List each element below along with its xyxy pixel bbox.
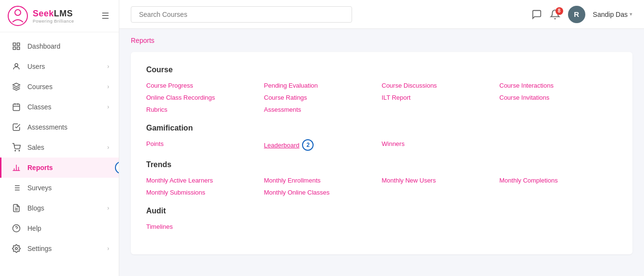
online-class-recordings-link[interactable]: Online Class Recordings — [146, 93, 264, 102]
chevron-right-icon: › — [107, 83, 109, 90]
course-ratings-link[interactable]: Course Ratings — [264, 93, 382, 102]
sidebar: SeekLMS Powering Brilliance ☰ Dashboard … — [0, 0, 119, 276]
chat-button[interactable] — [531, 9, 542, 20]
notification-button[interactable]: 8 — [550, 9, 560, 20]
sidebar-item-blogs[interactable]: Blogs › — [0, 198, 119, 218]
check-square-icon — [11, 122, 22, 132]
ilt-report-link[interactable]: ILT Report — [382, 93, 500, 102]
svg-marker-7 — [13, 83, 20, 87]
svg-point-13 — [19, 150, 20, 151]
reports-card: Course Course Progress Pending Evaluatio… — [131, 52, 632, 254]
course-invitations-link[interactable]: Course Invitations — [499, 93, 617, 102]
course-discussions-link[interactable]: Course Discussions — [382, 81, 500, 90]
trends-links-grid: Monthly Active Learners Monthly Enrollme… — [146, 176, 617, 197]
points-link[interactable]: Points — [146, 139, 264, 151]
svg-rect-8 — [13, 104, 20, 111]
chevron-right-icon: › — [107, 104, 109, 110]
reports-annotation-bubble: 1 — [115, 161, 119, 174]
monthly-completions-link[interactable]: Monthly Completions — [499, 176, 617, 185]
breadcrumb: Reports — [131, 37, 632, 44]
logo-text: SeekLMS Powering Brilliance — [33, 9, 74, 24]
logo-name: SeekLMS — [33, 9, 74, 19]
sidebar-item-label: Reports — [27, 164, 109, 171]
svg-point-28 — [15, 248, 18, 250]
gamification-links-grid: Points Leaderboard 2 Winners — [146, 139, 617, 151]
sidebar-nav: Dashboard Users › Courses › Classes › — [0, 32, 119, 276]
search-box — [131, 6, 352, 23]
rubrics-link[interactable]: Rubrics — [146, 105, 264, 114]
timelines-link[interactable]: Timelines — [146, 222, 264, 231]
sidebar-item-label: Help — [27, 224, 109, 232]
audit-section-title: Audit — [146, 207, 617, 215]
audit-section: Audit Timelines — [146, 207, 617, 231]
course-section-title: Course — [146, 66, 617, 74]
search-input[interactable] — [131, 6, 352, 23]
notification-badge: 8 — [556, 7, 563, 15]
sidebar-item-label: Assessments — [27, 123, 109, 131]
pending-evaluation-link[interactable]: Pending Evaluation — [264, 81, 382, 90]
chevron-right-icon: › — [107, 144, 109, 151]
bar-chart-icon — [11, 162, 22, 173]
audit-links-grid: Timelines — [146, 222, 617, 231]
gear-icon — [11, 243, 22, 254]
main-area: 8 R Sandip Das ▾ Reports Course Course P… — [119, 0, 644, 276]
header: 8 R Sandip Das ▾ — [119, 0, 644, 29]
winners-link[interactable]: Winners — [382, 139, 500, 151]
sidebar-item-label: Sales — [27, 144, 107, 151]
svg-rect-5 — [13, 47, 15, 50]
assessments-link[interactable]: Assessments — [264, 105, 382, 114]
svg-rect-3 — [17, 43, 20, 45]
chevron-right-icon: › — [107, 205, 109, 211]
sidebar-item-label: Classes — [27, 103, 107, 111]
course-section: Course Course Progress Pending Evaluatio… — [146, 66, 617, 114]
sidebar-item-label: Settings — [27, 245, 107, 252]
avatar: R — [568, 6, 585, 23]
sidebar-item-label: Dashboard — [27, 42, 109, 50]
svg-point-1 — [15, 10, 21, 15]
sidebar-item-reports[interactable]: Reports 1 — [0, 158, 119, 178]
user-name-display[interactable]: Sandip Das ▾ — [593, 11, 632, 18]
leaderboard-annotation-bubble: 2 — [302, 139, 314, 151]
sidebar-item-label: Courses — [27, 83, 107, 91]
sidebar-item-dashboard[interactable]: Dashboard — [0, 36, 119, 56]
sidebar-item-label: Surveys — [27, 184, 109, 192]
sidebar-item-help[interactable]: Help — [0, 218, 119, 238]
file-text-icon — [11, 203, 22, 213]
sidebar-item-settings[interactable]: Settings › — [0, 238, 119, 259]
monthly-submissions-link[interactable]: Monthly Submissions — [146, 188, 264, 197]
sidebar-item-users[interactable]: Users › — [0, 56, 119, 77]
sidebar-item-courses[interactable]: Courses › — [0, 77, 119, 97]
sidebar-item-sales[interactable]: Sales › — [0, 137, 119, 158]
sidebar-item-surveys[interactable]: Surveys — [0, 178, 119, 198]
header-actions: 8 R Sandip Das ▾ — [531, 6, 632, 23]
gamification-section-title: Gamification — [146, 124, 617, 132]
grid-icon — [11, 41, 22, 52]
svg-point-12 — [15, 150, 16, 151]
trends-section: Trends Monthly Active Learners Monthly E… — [146, 160, 617, 197]
chevron-down-icon: ▾ — [630, 11, 632, 17]
monthly-enrollments-link[interactable]: Monthly Enrollments — [264, 176, 382, 185]
course-progress-link[interactable]: Course Progress — [146, 81, 264, 90]
logo-tagline: Powering Brilliance — [33, 19, 74, 24]
sidebar-item-label: Users — [27, 63, 107, 70]
sidebar-item-classes[interactable]: Classes › — [0, 97, 119, 117]
person-icon — [11, 61, 22, 72]
sidebar-item-label: Blogs — [27, 204, 107, 212]
sidebar-item-assessments[interactable]: Assessments — [0, 117, 119, 137]
sidebar-logo: SeekLMS Powering Brilliance ☰ — [0, 0, 119, 32]
monthly-new-users-link[interactable]: Monthly New Users — [382, 176, 500, 185]
svg-rect-4 — [17, 47, 20, 50]
calendar-icon — [11, 102, 22, 112]
svg-point-6 — [15, 64, 18, 66]
course-interactions-link[interactable]: Course Interactions — [499, 81, 617, 90]
course-links-grid: Course Progress Pending Evaluation Cours… — [146, 81, 617, 114]
chat-icon — [531, 9, 542, 20]
hamburger-button[interactable]: ☰ — [100, 9, 111, 23]
monthly-active-learners-link[interactable]: Monthly Active Learners — [146, 176, 264, 185]
chevron-right-icon: › — [107, 63, 109, 70]
seek-lms-logo — [8, 6, 28, 26]
svg-rect-2 — [13, 43, 15, 45]
list-icon — [11, 183, 22, 193]
leaderboard-link[interactable]: Leaderboard — [264, 141, 300, 150]
monthly-online-classes-link[interactable]: Monthly Online Classes — [264, 188, 382, 197]
